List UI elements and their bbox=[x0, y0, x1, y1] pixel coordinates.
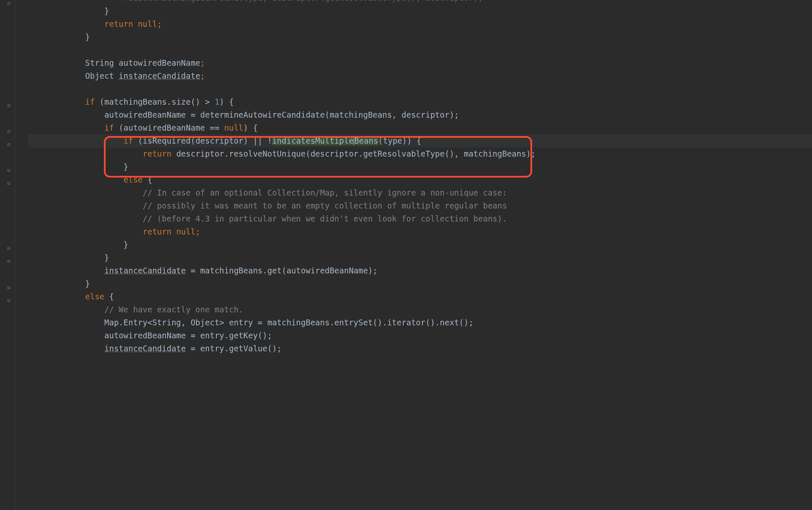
code-line[interactable]: autowiredBeanName = determineAutowireCan… bbox=[28, 108, 812, 121]
search-match: Beans bbox=[354, 136, 378, 145]
code-line[interactable]: if (autowiredBeanName == null) { bbox=[28, 121, 812, 134]
code-line[interactable]: } bbox=[28, 160, 812, 173]
fold-icon[interactable]: ⊟ bbox=[6, 180, 12, 186]
code-line[interactable] bbox=[28, 44, 812, 57]
fold-icon[interactable]: ⊟ bbox=[6, 245, 12, 251]
code-line[interactable]: String autowiredBeanName; bbox=[28, 57, 812, 70]
code-line[interactable]: autowiredBeanName = entry.getKey(); bbox=[28, 329, 812, 342]
fold-icon[interactable]: ⊟ bbox=[6, 285, 12, 291]
fold-icon[interactable]: ⊟ bbox=[6, 129, 12, 134]
code-line[interactable]: // In case of an optional Collection/Map… bbox=[28, 186, 812, 199]
code-line[interactable]: } bbox=[28, 5, 812, 18]
search-match: indicatesMultiple bbox=[272, 136, 353, 145]
code-line[interactable] bbox=[28, 82, 812, 95]
code-line[interactable]: instanceCandidate = entry.getValue(); bbox=[28, 342, 812, 355]
code-line[interactable]: } bbox=[28, 251, 812, 264]
fold-icon[interactable]: ⊟ bbox=[6, 103, 12, 108]
code-line[interactable]: return null; bbox=[28, 225, 812, 238]
code-line[interactable]: // possibly it was meant to be an empty … bbox=[28, 199, 812, 212]
code-line[interactable]: } bbox=[28, 31, 812, 44]
code-line[interactable]: Map.Entry<String, Object> entry = matchi… bbox=[28, 316, 812, 329]
fold-icon[interactable]: ⊟ bbox=[6, 142, 12, 147]
code-line[interactable]: else { bbox=[28, 173, 812, 186]
code-line[interactable]: raiseNoMatchingBeanFound(type, descripto… bbox=[28, 0, 812, 5]
code-editor[interactable]: ⊟ ⊟ ⊟ ⊟ ⊟ ⊟ ⊟ ⊟ ⊟ ⊟ raiseNoMatchingBeanF… bbox=[0, 0, 812, 510]
code-line[interactable]: } bbox=[28, 277, 812, 290]
code-area[interactable]: raiseNoMatchingBeanFound(type, descripto… bbox=[15, 0, 812, 510]
code-line[interactable]: // (before 4.3 in particular when we did… bbox=[28, 212, 812, 225]
code-line-current[interactable]: if (isRequired(descriptor) || !indicates… bbox=[28, 134, 812, 147]
code-line[interactable]: return descriptor.resolveNotUnique(descr… bbox=[28, 147, 812, 160]
code-line[interactable]: else { bbox=[28, 290, 812, 303]
code-line[interactable]: // We have exactly one match. bbox=[28, 303, 812, 316]
fold-icon[interactable]: ⊟ bbox=[6, 298, 12, 304]
fold-icon[interactable]: ⊟ bbox=[6, 258, 12, 264]
fold-icon[interactable]: ⊟ bbox=[6, 167, 12, 173]
fold-icon[interactable]: ⊟ bbox=[6, 0, 12, 6]
code-line[interactable]: } bbox=[28, 238, 812, 251]
code-line[interactable]: instanceCandidate = matchingBeans.get(au… bbox=[28, 264, 812, 277]
gutter: ⊟ ⊟ ⊟ ⊟ ⊟ ⊟ ⊟ ⊟ ⊟ ⊟ bbox=[0, 0, 15, 510]
code-line[interactable]: Object instanceCandidate; bbox=[28, 70, 812, 82]
code-line[interactable]: return null; bbox=[28, 18, 812, 31]
code-line[interactable]: if (matchingBeans.size() > 1) { bbox=[28, 95, 812, 108]
